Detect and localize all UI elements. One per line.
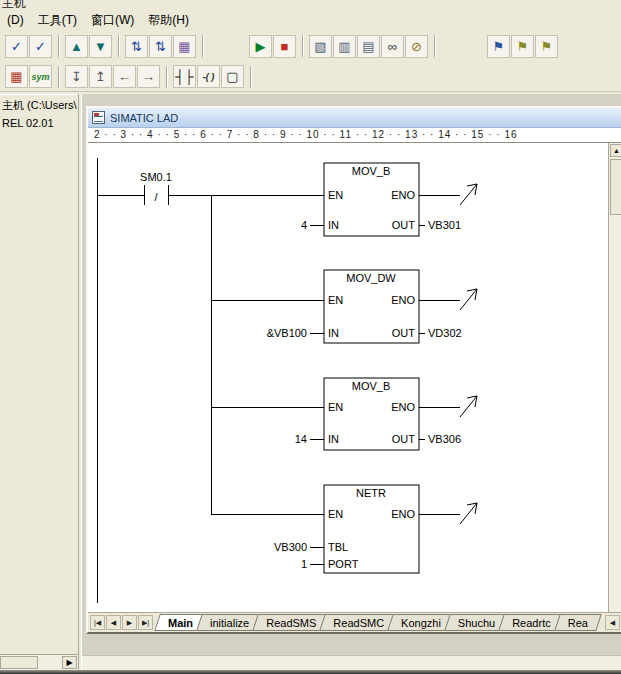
eno-arrow-icon — [460, 289, 477, 310]
tab-first-button[interactable]: |◀ — [90, 615, 105, 630]
output-operand[interactable]: VD302 — [428, 327, 462, 339]
mdi-area: SIMATIC LAD 2 · · 3 · · 4 · · 5 · · 6 · … — [82, 94, 621, 670]
box-title: NETR — [356, 487, 386, 499]
tab-initialize[interactable]: initialize — [199, 614, 260, 631]
tree-item-host[interactable]: 主机 (C:\Users\ — [0, 95, 78, 114]
tab-last-button[interactable]: ▶| — [138, 615, 153, 630]
tab-next-button[interactable]: ▶ — [122, 615, 137, 630]
microwin-application-window: { "window": { "title": "主机" }, "menubar"… — [0, 0, 621, 674]
move-right-button[interactable]: → — [137, 65, 160, 88]
sort-descending-button[interactable]: ⇅ — [149, 35, 172, 58]
program-status-button[interactable]: ▧ — [309, 35, 332, 58]
box-title: MOV_B — [352, 165, 391, 177]
function-box-mov-dw[interactable]: MOV_DW EN ENO IN OUT &VB100 VD302 — [267, 270, 462, 343]
menu-window[interactable]: 窗口(W) — [84, 10, 141, 31]
pin-eno: ENO — [391, 189, 415, 201]
address-grid-button[interactable]: ▦ — [5, 65, 28, 88]
move-down-button[interactable]: ↧ — [65, 65, 88, 88]
data-block-button[interactable]: ▦ — [173, 35, 196, 58]
output-operand[interactable]: VB306 — [428, 433, 461, 445]
toolbar-edit: ▦ sym ↧ ↥ ← → ┤├ -( ) ▢ — [0, 62, 621, 92]
menu-help[interactable]: 帮助(H) — [141, 10, 196, 31]
pin-port: PORT — [328, 558, 359, 570]
status-glasses-button[interactable]: ∞ — [381, 35, 404, 58]
pin-en: EN — [328, 508, 343, 520]
function-box-mov-b-1[interactable]: MOV_B EN ENO IN OUT 4 VB301 — [301, 163, 461, 236]
stop-button[interactable]: ■ — [273, 35, 296, 58]
box-title: MOV_B — [352, 380, 391, 392]
pin-eno: ENO — [391, 508, 415, 520]
input-operand[interactable]: VB300 — [274, 541, 307, 553]
scrollbar-thumb[interactable] — [610, 159, 621, 215]
mdi-horizontal-scrollbar[interactable] — [82, 655, 621, 670]
toolbar-separator — [58, 66, 60, 88]
input-operand[interactable]: 14 — [295, 433, 307, 445]
trend-chart-button[interactable]: ▤ — [357, 35, 380, 58]
ladder-vertical-scrollbar[interactable]: ▲ — [608, 143, 621, 612]
sort-ascending-button[interactable]: ⇅ — [125, 35, 148, 58]
toolbar-separator — [202, 35, 204, 57]
input-operand[interactable]: 4 — [301, 219, 307, 231]
download-button[interactable]: ▼ — [89, 35, 112, 58]
move-left-button[interactable]: ← — [113, 65, 136, 88]
pin-out: OUT — [392, 433, 416, 445]
output-operand[interactable]: VB301 — [428, 219, 461, 231]
chart-status-button[interactable]: ▥ — [333, 35, 356, 58]
tab-readrtc[interactable]: Readrtc — [501, 614, 562, 631]
simatic-lad-titlebar[interactable]: SIMATIC LAD — [88, 108, 621, 128]
tree-horizontal-scrollbar[interactable]: ▶ — [0, 654, 78, 670]
menu-tools[interactable]: 工具(T) — [31, 10, 84, 31]
symbol-table-button[interactable]: sym — [29, 65, 52, 88]
scrollbar-thumb[interactable] — [0, 656, 38, 669]
pin-en: EN — [328, 294, 343, 306]
pin-in: IN — [328, 219, 339, 231]
scroll-up-icon[interactable]: ▲ — [610, 144, 621, 157]
pin-out: OUT — [392, 219, 416, 231]
pin-eno: ENO — [391, 294, 415, 306]
tab-scroll-left-button[interactable]: ◀ — [605, 615, 620, 630]
ladder-editor-canvas[interactable]: SM0.1 / MOV_B EN ENO IN OUT 4 VB301 — [88, 143, 621, 612]
write-disable-button[interactable]: ⊘ — [405, 35, 428, 58]
toolbar-separator — [166, 66, 168, 88]
scroll-right-icon[interactable]: ▶ — [62, 656, 77, 669]
insert-box-button[interactable]: ▢ — [221, 65, 244, 88]
contact-operand[interactable]: SM0.1 — [140, 171, 172, 183]
tab-shuchu[interactable]: Shuchu — [447, 614, 506, 631]
menu-debug[interactable]: (D) — [0, 11, 31, 29]
window-titlebar: 主机 — [0, 0, 621, 10]
tab-prev-button[interactable]: ◀ — [106, 615, 121, 630]
eno-arrow-icon — [460, 396, 477, 417]
tree-item-cpu-release[interactable]: REL 02.01 — [0, 114, 78, 130]
tab-rea[interactable]: Rea — [557, 614, 599, 631]
insert-coil-button[interactable]: -( ) — [197, 65, 220, 88]
tab-kongzhi[interactable]: Kongzhi — [390, 614, 452, 631]
toolbar-separator — [58, 35, 60, 57]
simatic-lad-title: SIMATIC LAD — [110, 112, 178, 124]
move-up-button[interactable]: ↥ — [89, 65, 112, 88]
insert-contact-button[interactable]: ┤├ — [173, 65, 196, 88]
run-button[interactable]: ▶ — [249, 35, 272, 58]
bookmark-next-button[interactable]: ⚑ — [511, 35, 534, 58]
compile-all-button[interactable]: ✓ — [29, 35, 52, 58]
box-title: MOV_DW — [346, 272, 396, 284]
column-ruler: 2 · · 3 · · 4 · · 5 · · 6 · · 7 · · 8 · … — [88, 128, 621, 143]
window-bottom-edge — [0, 670, 621, 674]
contact-negation-symbol: / — [154, 191, 158, 203]
tab-readsmc[interactable]: ReadSMC — [322, 614, 395, 631]
pin-tbl: TBL — [328, 541, 348, 553]
pin-in: IN — [328, 327, 339, 339]
bookmark-toggle-button[interactable]: ⚑ — [487, 35, 510, 58]
compile-button[interactable]: ✓ — [5, 35, 28, 58]
input-operand[interactable]: 1 — [301, 558, 307, 570]
pin-en: EN — [328, 401, 343, 413]
eno-arrow-icon — [460, 184, 477, 205]
function-box-netr[interactable]: NETR EN ENO TBL PORT VB300 1 — [274, 485, 419, 573]
contact-sm0-1[interactable]: SM0.1 / — [140, 171, 172, 203]
bookmark-clear-button[interactable]: ⚑ — [535, 35, 558, 58]
tab-readsms[interactable]: ReadSMS — [255, 614, 327, 631]
pou-tabbar: |◀ ◀ ▶ ▶| Main initialize ReadSMS ReadSM… — [88, 612, 621, 632]
simatic-lad-icon — [92, 111, 105, 124]
upload-button[interactable]: ▲ — [65, 35, 88, 58]
content-area: 主机 (C:\Users\ REL 02.01 ▶ SIMATIC LAD 2 … — [0, 94, 621, 670]
input-operand[interactable]: &VB100 — [267, 327, 307, 339]
